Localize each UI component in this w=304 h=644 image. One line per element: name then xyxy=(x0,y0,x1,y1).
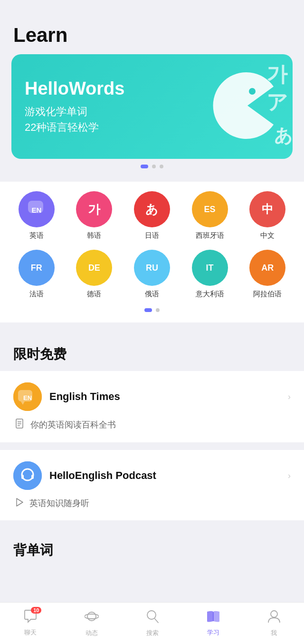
lang-icon-ar: AR xyxy=(249,250,285,286)
lang-icon-zh: 中 xyxy=(249,191,285,227)
english-times-card[interactable]: EN English Times › 你的英语阅读百科全书 xyxy=(0,371,304,442)
card-header-english-times: EN English Times › xyxy=(13,382,291,411)
lang-ja[interactable]: あ 日语 xyxy=(125,191,179,240)
podcast-title: HelloEnglish Podcast xyxy=(49,469,288,482)
kana-ga: 가ア xyxy=(266,60,288,117)
planet-icon xyxy=(85,609,99,627)
banner-section: HelloWords 游戏化学单词 22种语言轻松学 가ア あ xyxy=(0,54,304,168)
english-times-desc: 你的英语阅读百科全书 xyxy=(13,419,291,431)
svg-rect-13 xyxy=(21,475,24,479)
language-section: EN 英语 가 韩语 あ 日语 ES 西班牙 xyxy=(0,182,304,322)
dot-1 xyxy=(141,165,148,168)
lang-icon-de: DE xyxy=(76,250,112,286)
lang-label-ja: 日语 xyxy=(145,231,159,240)
podcast-arrow: › xyxy=(288,471,291,481)
grid-dot-2 xyxy=(156,308,160,312)
svg-line-19 xyxy=(155,619,158,623)
lang-ru[interactable]: RU 俄语 xyxy=(125,250,179,299)
nav-label-search: 搜索 xyxy=(146,629,159,637)
lang-label-es: 西班牙语 xyxy=(196,231,224,240)
speech-bubble-en: EN xyxy=(27,200,46,219)
bottom-nav: 10 聊天 动态 搜索 xyxy=(0,602,304,644)
free-section-title: 限时免费 xyxy=(0,332,304,371)
grid-dots xyxy=(8,308,296,318)
lang-es[interactable]: ES 西班牙语 xyxy=(183,191,237,240)
english-times-title: English Times xyxy=(49,390,288,403)
search-icon xyxy=(146,609,159,627)
nav-me[interactable]: 我 xyxy=(260,605,288,641)
banner-text: HelloWords 游戏化学单词 22种语言轻松学 xyxy=(25,78,124,135)
page-title: Learn xyxy=(13,24,291,47)
svg-text:EN: EN xyxy=(31,206,41,214)
banner[interactable]: HelloWords 游戏化学单词 22种语言轻松学 가ア あ xyxy=(11,54,293,159)
lang-label-ar: 阿拉伯语 xyxy=(253,290,282,299)
svg-point-11 xyxy=(13,461,42,490)
lang-icon-en: EN xyxy=(19,191,55,227)
svg-point-18 xyxy=(147,611,156,619)
person-icon-svg xyxy=(267,609,281,624)
nav-label-learn: 学习 xyxy=(207,628,219,637)
vocab-section: 背单词 xyxy=(0,528,304,607)
header: Learn xyxy=(0,0,304,54)
english-times-arrow: › xyxy=(288,392,291,402)
podcast-icon xyxy=(13,461,42,490)
lang-label-fr: 法语 xyxy=(29,290,44,299)
podcast-desc-text: 英语知识随身听 xyxy=(29,498,89,509)
lang-icon-es: ES xyxy=(192,191,228,227)
hello-podcast-card[interactable]: HelloEnglish Podcast › 英语知识随身听 xyxy=(0,450,304,520)
lang-icon-fr: FR xyxy=(19,250,55,286)
lang-ar[interactable]: AR 阿拉伯语 xyxy=(241,250,294,299)
lang-de[interactable]: DE 德语 xyxy=(67,250,121,299)
dot-3 xyxy=(160,165,163,168)
nav-feed[interactable]: 动态 xyxy=(77,605,106,641)
lang-en[interactable]: EN 英语 xyxy=(10,191,63,240)
search-icon-svg xyxy=(146,609,159,624)
page-container: Learn HelloWords 游戏化学单词 22种语言轻松学 가ア xyxy=(0,0,304,644)
lang-label-it: 意大利语 xyxy=(196,290,224,299)
nav-label-chat: 聊天 xyxy=(24,628,37,637)
lang-ko[interactable]: 가 韩语 xyxy=(67,191,121,240)
svg-point-17 xyxy=(85,614,99,619)
banner-title: HelloWords xyxy=(25,78,124,99)
dot-2 xyxy=(152,165,156,168)
banner-dots xyxy=(11,165,293,168)
lang-icon-ru: RU xyxy=(134,250,170,286)
podcast-desc-icon xyxy=(15,498,24,509)
language-row-1: EN 英语 가 韩语 あ 日语 ES 西班牙 xyxy=(8,191,296,240)
nav-label-feed: 动态 xyxy=(86,629,98,637)
book-icon-svg xyxy=(206,610,220,623)
lang-label-ko: 韩语 xyxy=(87,231,101,240)
lang-icon-ja: あ xyxy=(134,191,170,227)
grid-dot-1 xyxy=(144,308,152,312)
english-times-icon: EN xyxy=(13,382,42,411)
lang-fr[interactable]: FR 法语 xyxy=(10,250,63,299)
book-icon xyxy=(206,610,220,626)
lang-label-de: 德语 xyxy=(87,290,101,299)
english-times-desc-text: 你的英语阅读百科全书 xyxy=(30,419,116,430)
person-icon xyxy=(267,609,281,627)
nav-chat[interactable]: 10 聊天 xyxy=(16,606,45,641)
doc-icon xyxy=(15,419,25,429)
chat-badge: 10 xyxy=(31,607,41,614)
lang-icon-it: IT xyxy=(192,250,228,286)
lang-zh[interactable]: 中 中文 xyxy=(241,191,294,240)
kana-a: あ xyxy=(274,124,293,148)
vocab-title: 背单词 xyxy=(13,541,291,559)
lang-label-en: 英语 xyxy=(29,231,44,240)
nav-label-me: 我 xyxy=(271,629,277,637)
play-icon xyxy=(15,498,24,507)
podcast-icon-svg xyxy=(13,461,42,490)
lang-label-zh: 中文 xyxy=(260,231,275,240)
lang-icon-ko: 가 xyxy=(76,191,112,227)
lang-label-ru: 俄语 xyxy=(145,290,159,299)
card-header-podcast: HelloEnglish Podcast › xyxy=(13,461,291,490)
language-row-2: FR 法语 DE 德语 RU 俄语 IT 意大利语 xyxy=(8,250,296,299)
svg-point-0 xyxy=(249,88,256,95)
lang-it[interactable]: IT 意大利语 xyxy=(183,250,237,299)
nav-search[interactable]: 搜索 xyxy=(138,605,167,641)
svg-point-20 xyxy=(271,611,277,617)
svg-marker-15 xyxy=(17,498,23,506)
nav-learn[interactable]: 学习 xyxy=(199,606,228,641)
podcast-desc: 英语知识随身听 xyxy=(13,498,291,509)
svg-point-16 xyxy=(87,612,96,621)
